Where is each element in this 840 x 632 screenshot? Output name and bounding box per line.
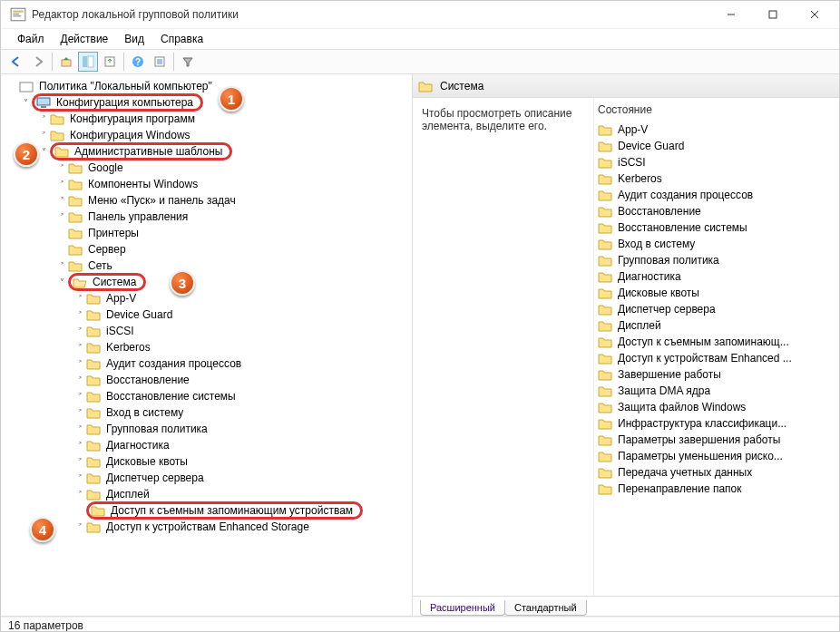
folder-icon [86,341,101,354]
list-item[interactable]: Device Guard [594,138,839,154]
tree-item[interactable]: ˃Диагностика [1,437,412,453]
tree-item[interactable]: ˃Аудит создания процессов [1,355,412,372]
tree-cfg-computer[interactable]: ˅ Конфигурация компьютера [1,94,412,111]
tree-cfg-windows[interactable]: ˃ Конфигурация Windows [1,127,412,143]
list-item[interactable]: Аудит создания процессов [594,187,839,203]
folder-icon [598,466,612,479]
list-item[interactable]: Доступ к устройствам Enhanced ... [594,350,839,366]
state-column-header[interactable]: Состояние [594,98,839,122]
tree-item[interactable]: ˃App-V [1,290,412,306]
chevron-right-icon[interactable]: ˃ [73,490,86,500]
tree-item[interactable]: ˃Доступ к устройствам Enhanced Storage [1,519,412,535]
chevron-right-icon[interactable]: ˃ [73,294,86,304]
chevron-right-icon[interactable]: ˃ [55,261,68,271]
tree-item[interactable]: ˃Групповая политика [1,421,412,437]
tree-system[interactable]: ˅ Система [1,274,412,290]
up-folder-button[interactable] [56,52,76,72]
help-button[interactable]: ? [128,52,148,72]
tree-item[interactable]: ˃Диспетчер сервера [1,470,412,486]
export-button[interactable] [100,52,120,72]
tree-item[interactable]: ˃Вход в систему [1,404,412,421]
tree-cpanel[interactable]: ˃Панель управления [1,209,412,225]
list-item[interactable]: Дисплей [594,317,839,334]
tree-item[interactable]: ˃Kerberos [1,339,412,355]
chevron-down-icon[interactable]: ˅ [19,98,32,108]
chevron-right-icon[interactable]: ˃ [73,359,86,369]
chevron-right-icon[interactable]: ˃ [73,457,86,467]
list-item[interactable]: Передача учетных данных [594,464,839,481]
list-item[interactable]: Перенаправление папок [594,481,839,497]
list-item[interactable]: App-V [594,122,839,138]
status-bar: 16 параметров [1,617,839,632]
chevron-right-icon[interactable]: ˃ [73,375,86,385]
list-item[interactable]: Восстановление [594,203,839,219]
chevron-down-icon[interactable]: ˅ [37,147,50,157]
tree-item[interactable]: ˃Дисплей [1,486,412,502]
list-item[interactable]: Диагностика [594,268,839,285]
svg-rect-2 [13,14,19,15]
chevron-right-icon[interactable]: ˃ [37,131,50,141]
tab-extended[interactable]: Расширенный [420,600,505,616]
tree-item[interactable]: ˃Device Guard [1,306,412,323]
chevron-right-icon[interactable]: ˃ [73,326,86,336]
tree-cfg-programs[interactable]: ˃ Конфигурация программ [1,111,412,127]
list-item[interactable]: Восстановление системы [594,219,839,236]
tree-startmenu[interactable]: ˃Меню «Пуск» и панель задач [1,192,412,209]
tree-google[interactable]: ˃Google [1,160,412,176]
chevron-right-icon[interactable]: ˃ [55,196,68,206]
list-item[interactable]: Kerberos [594,170,839,187]
filter-button[interactable] [178,52,198,72]
chevron-right-icon[interactable]: ˃ [55,163,68,173]
chevron-right-icon[interactable]: ˃ [73,473,86,483]
menu-view[interactable]: Вид [117,31,151,47]
list-item[interactable]: iSCSI [594,154,839,170]
close-button[interactable] [794,1,835,28]
list-item[interactable]: Доступ к съемным запоминающ... [594,334,839,350]
properties-button[interactable] [150,52,170,72]
chevron-right-icon[interactable]: ˃ [55,212,68,222]
chevron-right-icon[interactable]: ˃ [73,310,86,320]
tree-item[interactable]: ˃iSCSI [1,323,412,339]
chevron-right-icon[interactable]: ˃ [73,408,86,418]
list-item[interactable]: Защита файлов Windows [594,399,839,415]
tree-server[interactable]: Сервер [1,241,412,258]
chevron-right-icon[interactable]: ˃ [55,180,68,190]
tree-item[interactable]: ˃Дисковые квоты [1,453,412,470]
maximize-button[interactable] [752,1,794,28]
tree-item[interactable]: Доступ к съемным запоминающим устройства… [1,502,412,519]
folder-icon [598,335,612,348]
list-item[interactable]: Групповая политика [594,252,839,268]
menu-action[interactable]: Действие [54,31,116,47]
minimize-button[interactable] [710,1,752,28]
folder-icon [86,292,101,305]
forward-button[interactable] [28,52,48,72]
tree-admin-templates[interactable]: ˅ Административные шаблоны [1,143,412,160]
chevron-right-icon[interactable]: ˃ [37,114,50,124]
chevron-right-icon[interactable]: ˃ [73,392,86,402]
back-button[interactable] [6,52,26,72]
chevron-right-icon[interactable]: ˃ [73,343,86,353]
tree-item[interactable]: ˃Восстановление [1,372,412,388]
list-item[interactable]: Вход в систему [594,236,839,252]
show-tree-button[interactable] [78,52,98,72]
list-item[interactable]: Завершение работы [594,366,839,383]
tree-network[interactable]: ˃Сеть [1,258,412,274]
folder-icon [68,259,83,272]
tree-printers[interactable]: Принтеры [1,225,412,241]
tree-item[interactable]: ˃Восстановление системы [1,388,412,404]
tab-standard[interactable]: Стандартный [504,600,587,616]
menu-help[interactable]: Справка [153,31,210,47]
tree-win-components[interactable]: ˃Компоненты Windows [1,176,412,192]
list-item[interactable]: Параметры завершения работы [594,432,839,448]
list-item[interactable]: Параметры уменьшения риско... [594,448,839,464]
tree-root[interactable]: Политика "Локальный компьютер" [1,78,412,94]
chevron-right-icon[interactable]: ˃ [73,522,86,532]
menu-file[interactable]: Файл [10,31,52,47]
chevron-down-icon[interactable]: ˅ [55,277,68,287]
list-item[interactable]: Дисковые квоты [594,285,839,301]
chevron-right-icon[interactable]: ˃ [73,441,86,451]
list-item[interactable]: Защита DMA ядра [594,383,839,399]
chevron-right-icon[interactable]: ˃ [73,424,86,434]
list-item[interactable]: Инфраструктура классификаци... [594,415,839,432]
list-item[interactable]: Диспетчер сервера [594,301,839,317]
